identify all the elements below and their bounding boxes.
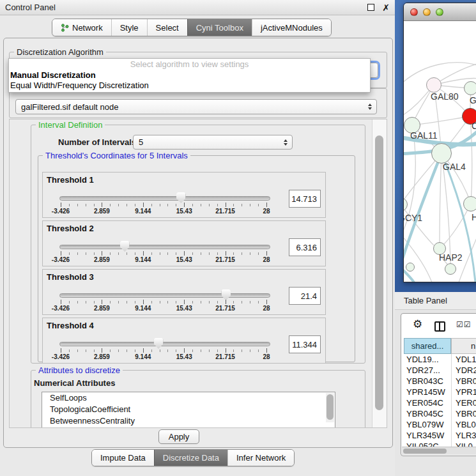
group-label: Interval Definition	[36, 120, 105, 130]
tab-network[interactable]: Network	[52, 19, 111, 36]
slider-tick-labels: -3.4262.8599.14415.4321.71528	[61, 353, 266, 361]
attributes-listbox: SelfLoops TopologicalCoefficient Between…	[42, 392, 335, 428]
numerical-attributes-label: Numerical Attributes	[34, 378, 115, 388]
network-node[interactable]	[463, 196, 476, 211]
column-header-shared-name[interactable]: shared...	[404, 338, 451, 354]
network-window[interactable]: GAL80 GA C GAL11 GAL4 GCY1 H HAP2	[403, 3, 476, 282]
gear-icon[interactable]: ⚙	[413, 319, 422, 330]
tab-select[interactable]: Select	[147, 19, 187, 36]
threshold-2-slider[interactable]	[59, 245, 270, 249]
apply-button[interactable]: Apply	[158, 429, 199, 444]
close-button[interactable]	[410, 8, 418, 16]
threshold-2-value-field[interactable]: 6.316	[289, 238, 321, 256]
table-panel-titlebar: Table Panel	[395, 292, 476, 310]
network-node[interactable]	[406, 263, 415, 272]
split-panel-icon[interactable]	[434, 321, 445, 332]
group-label: Attributes to discretize	[36, 365, 123, 375]
tab-discretize-data[interactable]: Discretize Data	[154, 450, 227, 466]
list-item[interactable]: TopologicalCoefficient	[42, 404, 335, 415]
slider-minor-ticks	[61, 301, 266, 303]
table-row[interactable]: YBL079WYBL0	[404, 419, 476, 430]
control-panel-titlebar: Control Panel ✗	[0, 0, 395, 15]
tab-cyni-toolbox[interactable]: Cyni Toolbox	[187, 19, 252, 36]
combo-stepper-icon	[284, 139, 288, 146]
table-data-group: Table Data galFiltered.sif default node	[9, 88, 387, 118]
slider-thumb[interactable]	[176, 192, 186, 203]
threshold-1-value-field[interactable]: 14.713	[289, 190, 321, 208]
thresholds-group: Threshold's Coordinates for 5 Intervals …	[38, 155, 355, 362]
list-scrollbar[interactable]	[326, 393, 334, 422]
list-item[interactable]: SelfLoops	[42, 392, 335, 404]
node-label: GAL4	[443, 162, 466, 172]
threshold-2-panel: Threshold 2 -3.4262.8599.14415.4321.7152…	[42, 220, 326, 266]
network-node[interactable]	[445, 263, 456, 275]
threshold-3-panel: Threshold 3 -3.4262.8599.14415.4321.7152…	[42, 269, 326, 315]
num-intervals-combobox[interactable]: 5	[133, 135, 293, 150]
network-node[interactable]	[431, 143, 452, 164]
settings-vertical-scrollbar[interactable]	[372, 119, 387, 427]
network-icon	[61, 24, 69, 32]
node-label: GCY1	[404, 213, 422, 223]
tab-style[interactable]: Style	[111, 19, 147, 36]
algorithm-dropdown-popup: Select algorithm to view settings Manual…	[8, 58, 371, 93]
table-row[interactable]: YDR27...YDR2	[404, 365, 476, 376]
dropdown-option-manual[interactable]: Manual Discretization	[9, 70, 370, 81]
node-label: C	[472, 121, 476, 131]
scrollbar-thumb[interactable]	[375, 135, 383, 410]
threshold-1-panel: Threshold 1 -3.4262.8599.14415.4321.7152…	[42, 172, 326, 218]
table-row[interactable]: YBR043CYBR0	[404, 376, 476, 387]
num-intervals-label: Number of Intervals	[58, 137, 136, 147]
zoom-button[interactable]	[436, 8, 443, 16]
tab-jactivemnodules[interactable]: jActiveMNodules	[252, 19, 331, 36]
table-header-row: shared... n	[404, 338, 476, 354]
table-panel-title: Table Panel	[404, 296, 447, 305]
panel-title: Control Panel	[5, 3, 367, 12]
slider-thumb[interactable]	[120, 241, 130, 252]
tab-impute-data[interactable]: Impute Data	[92, 450, 154, 466]
threshold-1-slider[interactable]	[59, 196, 270, 201]
column-header-name[interactable]: n	[451, 338, 476, 354]
minimize-button[interactable]	[423, 8, 431, 16]
network-node[interactable]	[426, 77, 441, 93]
table-panel-box: ⚙ ☑☑ shared... n YDL19...YDL1 YDR27...YD…	[401, 313, 476, 456]
tab-infer-network[interactable]: Infer Network	[227, 450, 294, 466]
node-label: H	[472, 212, 476, 222]
select-columns-icon[interactable]: ☑☑	[456, 320, 472, 329]
cyni-bottom-tabbar: Impute Data Discretize Data Infer Networ…	[91, 449, 295, 466]
float-panel-icon[interactable]	[367, 4, 374, 11]
slider-tick-labels: -3.4262.8599.14415.4321.71528	[61, 305, 266, 312]
slider-tick-labels: -3.4262.8599.14415.4321.71528	[61, 208, 266, 215]
table-row[interactable]: YPR145WYPR1	[404, 387, 476, 397]
table-row[interactable]: YIL052CYIL0	[404, 441, 476, 447]
threshold-3-value-field[interactable]: 21.4	[289, 287, 321, 305]
dropdown-placeholder-item[interactable]: Select algorithm to view settings	[9, 59, 370, 70]
dropdown-option-equal-width[interactable]: Equal Width/Frequency Discretization	[9, 81, 370, 91]
interval-definition-group: Interval Definition Number of Intervals …	[31, 125, 365, 364]
list-item[interactable]: BetweennessCentrality	[42, 415, 335, 427]
network-canvas[interactable]: GAL80 GA C GAL11 GAL4 GCY1 H HAP2	[404, 21, 476, 282]
group-label: Threshold's Coordinates for 5 Intervals	[43, 151, 190, 160]
node-label: GAL80	[431, 91, 459, 102]
slider-tick-labels: -3.4262.8599.14415.4321.71528	[61, 256, 266, 264]
slider-minor-ticks	[61, 252, 266, 255]
table-row[interactable]: YLR345WYLR3	[404, 430, 476, 441]
network-window-titlebar	[404, 3, 476, 21]
combo-stepper-icon	[368, 104, 372, 110]
threshold-4-value-field[interactable]: 11.344	[289, 335, 321, 353]
table-row[interactable]: YER054CYER0	[404, 397, 476, 408]
slider-thumb[interactable]	[154, 338, 164, 349]
node-label: GA	[470, 95, 476, 105]
node-label: GAL11	[410, 130, 438, 141]
node-label: HAP2	[439, 252, 463, 263]
close-panel-icon[interactable]: ✗	[382, 3, 390, 12]
slider-thumb[interactable]	[221, 289, 231, 300]
attributes-group: Attributes to discretize Numerical Attri…	[31, 370, 365, 428]
table-row[interactable]: YDL19...YDL1	[404, 354, 476, 365]
table-horizontal-scrollbar[interactable]	[402, 447, 476, 455]
threshold-3-slider[interactable]	[59, 293, 270, 298]
table-row[interactable]: YBR045CYBR0	[404, 408, 476, 419]
scrollbar-thumb[interactable]	[403, 449, 447, 454]
network-node[interactable]	[464, 81, 476, 95]
threshold-4-slider[interactable]	[59, 342, 270, 346]
table-data-combobox[interactable]: galFiltered.sif default node	[15, 99, 377, 114]
